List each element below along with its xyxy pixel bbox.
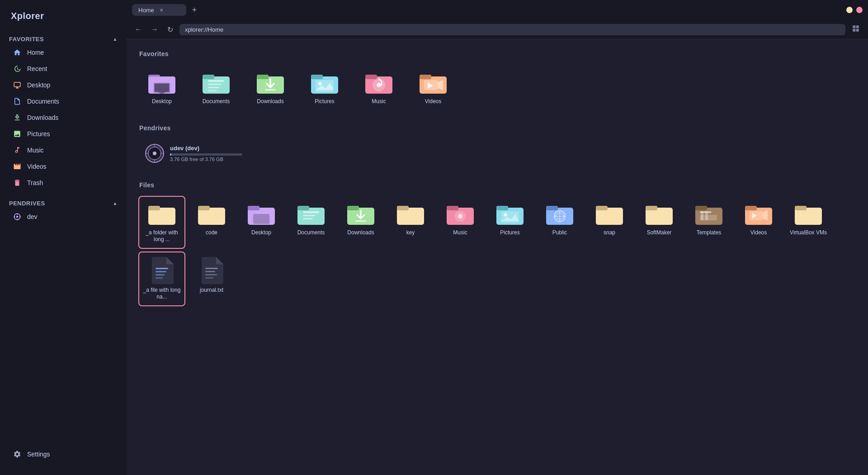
- svg-rect-11: [208, 80, 224, 82]
- svg-rect-81: [205, 268, 218, 269]
- pendrives-section-title: Pendrives: [139, 124, 855, 132]
- svg-rect-17: [265, 89, 276, 90]
- file-item-folder-long[interactable]: _a folder with long ...: [139, 197, 184, 248]
- folder-icon-documents: [202, 70, 231, 95]
- sidebar-item-documents[interactable]: Documents: [4, 94, 123, 109]
- file-item-public[interactable]: Public: [537, 197, 582, 248]
- sidebar-item-dev[interactable]: dev: [4, 209, 123, 224]
- sidebar-item-home[interactable]: Home: [4, 45, 123, 60]
- pendrive-info: udev (dev) 3.76 GB free of 3.76 GB: [170, 145, 260, 162]
- svg-rect-8: [160, 93, 164, 94]
- pendrives-section-header: Pendrives ▲: [0, 198, 127, 209]
- forward-button[interactable]: →: [148, 24, 161, 35]
- sidebar-item-desktop[interactable]: Desktop: [4, 77, 123, 93]
- file-item-file-long[interactable]: _a file with long na...: [139, 252, 184, 305]
- svg-rect-37: [248, 206, 259, 210]
- videos-icon: [13, 162, 22, 171]
- sidebar-item-settings[interactable]: Settings: [4, 446, 123, 462]
- navbar: ← → ↻: [127, 20, 868, 39]
- sidebar-item-music[interactable]: Music: [4, 142, 123, 158]
- pendrive-progress-fill: [170, 153, 171, 156]
- files-section: Files _a folder with long ...: [139, 181, 855, 305]
- file-item-videos-f[interactable]: Videos: [736, 197, 781, 248]
- svg-rect-65: [646, 206, 657, 210]
- svg-point-52: [458, 214, 462, 218]
- sidebar-label-home: Home: [27, 49, 44, 56]
- trash-icon: [13, 178, 22, 187]
- favorite-music[interactable]: Music: [356, 66, 401, 110]
- file-item-templates[interactable]: Templates: [686, 197, 731, 248]
- file-item-music-f[interactable]: Music: [438, 197, 483, 248]
- file-item-documents-f[interactable]: Documents: [288, 197, 334, 248]
- file-item-code[interactable]: code: [189, 197, 234, 248]
- svg-rect-10: [203, 75, 214, 79]
- svg-rect-14: [208, 90, 217, 91]
- folder-icon-key: [396, 201, 425, 227]
- tab-close-button[interactable]: ✕: [158, 6, 165, 14]
- pendrives-section: Pendrives udev (dev) 3.76 GB free of 3.7…: [139, 124, 855, 167]
- layout-button[interactable]: [849, 23, 863, 36]
- titlebar: Home ✕ +: [127, 0, 868, 20]
- file-item-desktop-f[interactable]: Desktop: [239, 197, 284, 248]
- svg-rect-71: [705, 211, 708, 220]
- folder-icon-videos: [419, 70, 448, 95]
- new-tab-button[interactable]: +: [188, 4, 201, 16]
- favorites-grid: Desktop Documents: [139, 66, 855, 110]
- minimize-button[interactable]: [846, 7, 853, 13]
- svg-rect-7: [158, 92, 165, 93]
- svg-rect-80: [156, 277, 163, 279]
- pendrive-dev[interactable]: udev (dev) 3.76 GB free of 3.76 GB: [139, 140, 266, 167]
- sidebar-label-recent: Recent: [27, 65, 47, 72]
- svg-point-21: [318, 82, 322, 86]
- folder-icon-documents-f: [297, 201, 326, 227]
- svg-point-56: [504, 213, 507, 217]
- settings-icon: [13, 450, 22, 459]
- folder-icon-code: [197, 201, 226, 227]
- folder-icon-public: [545, 201, 574, 227]
- favorites-section-title: Favorites: [139, 50, 855, 57]
- sidebar-item-recent[interactable]: Recent: [4, 61, 123, 76]
- files-section-title: Files: [139, 181, 855, 189]
- folder-icon-long: [147, 201, 176, 227]
- file-label-desktop-f: Desktop: [251, 229, 271, 237]
- pendrive-name: udev (dev): [170, 145, 260, 152]
- file-label-snap: snap: [604, 229, 615, 237]
- sidebar-item-videos[interactable]: Videos: [4, 159, 123, 174]
- file-item-downloads-f[interactable]: Downloads: [338, 197, 383, 248]
- favorites-collapse-icon[interactable]: ▲: [113, 37, 118, 42]
- file-item-virtualbox[interactable]: VirtualBox VMs: [786, 197, 831, 248]
- file-label-code: code: [206, 229, 217, 237]
- sidebar-item-trash[interactable]: Trash: [4, 175, 123, 190]
- folder-icon-virtualbox: [794, 201, 823, 227]
- file-item-journal[interactable]: journal.txt: [189, 252, 234, 305]
- tab-home[interactable]: Home ✕: [132, 4, 186, 16]
- favorite-documents[interactable]: Documents: [193, 66, 239, 110]
- favorite-pictures[interactable]: Pictures: [302, 66, 347, 110]
- recent-icon: [13, 64, 22, 73]
- favorite-pictures-label: Pictures: [315, 98, 334, 105]
- file-item-snap[interactable]: snap: [587, 197, 632, 248]
- svg-rect-63: [596, 206, 608, 210]
- address-bar[interactable]: [179, 24, 845, 35]
- svg-rect-54: [496, 206, 508, 210]
- back-button[interactable]: ←: [132, 24, 145, 35]
- favorite-desktop[interactable]: Desktop: [139, 66, 184, 110]
- file-item-key[interactable]: key: [388, 197, 433, 248]
- svg-rect-78: [156, 271, 166, 272]
- sidebar-item-downloads[interactable]: Downloads: [4, 110, 123, 125]
- maximize-button[interactable]: [856, 7, 863, 13]
- folder-icon-softmaker: [645, 201, 674, 227]
- file-label-file-long: _a file with long na...: [143, 287, 181, 301]
- sidebar: Xplorer Favorites ▲ Home Recent Desktop …: [0, 0, 127, 475]
- file-item-softmaker[interactable]: SoftMaker: [637, 197, 682, 248]
- documents-icon: [13, 97, 22, 106]
- favorite-downloads[interactable]: Downloads: [248, 66, 293, 110]
- pendrives-collapse-icon[interactable]: ▲: [113, 201, 118, 206]
- file-label-virtualbox: VirtualBox VMs: [790, 229, 827, 237]
- sidebar-item-pictures[interactable]: Pictures: [4, 126, 123, 142]
- sidebar-label-settings: Settings: [27, 451, 50, 458]
- refresh-button[interactable]: ↻: [165, 24, 176, 36]
- file-item-pictures-f[interactable]: Pictures: [487, 197, 533, 248]
- window-controls: [846, 7, 863, 13]
- favorite-videos[interactable]: Videos: [410, 66, 456, 110]
